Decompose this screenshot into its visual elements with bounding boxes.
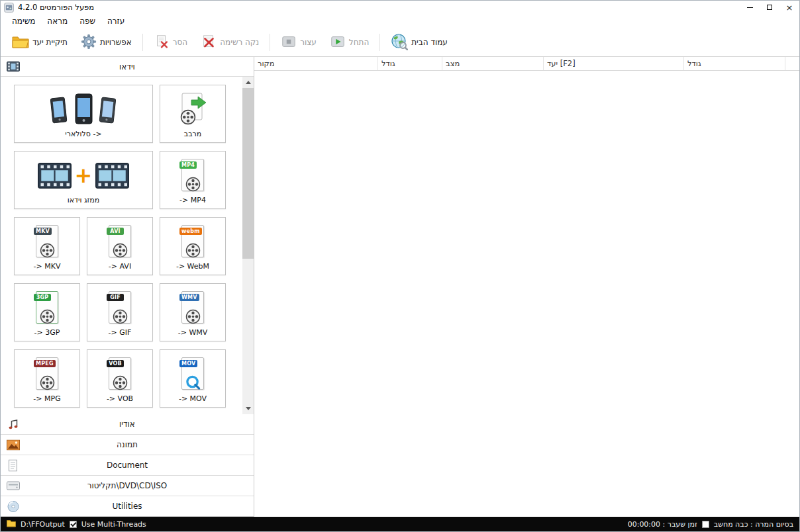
cd-disc-icon <box>6 500 20 513</box>
toolbar-separator <box>379 34 380 51</box>
format-label-3gp: -> 3GP <box>34 328 60 337</box>
stop-label: עצור <box>300 38 317 47</box>
section-label-document: Document <box>107 461 148 470</box>
multithreads-label: Use Multi-Threads <box>81 520 146 529</box>
section-header-video[interactable]: וידאו <box>1 57 254 77</box>
scrollbar-thumb[interactable] <box>242 88 254 259</box>
menu-help[interactable]: עזרה <box>101 15 130 27</box>
minimize-button[interactable] <box>740 1 760 14</box>
remove-label: הסר <box>173 38 187 47</box>
shutdown-label: בסיום המרה : כבה מחשב <box>714 520 793 529</box>
format-label-mkv: -> MKV <box>34 262 61 271</box>
mov-file-icon: MOV <box>162 353 224 394</box>
toolbar-separator <box>142 34 143 51</box>
format-button-avi[interactable]: AVI -> AVI <box>87 217 153 275</box>
output-folder-button[interactable]: תיקיית יעד <box>6 32 74 54</box>
disc-drive-icon <box>6 480 20 492</box>
format-button-3gp[interactable]: 3GP -> 3GP <box>14 283 80 341</box>
mobile-devices-icon <box>16 88 151 130</box>
format-label-mp4: -> MP4 <box>179 196 206 205</box>
maximize-button[interactable] <box>760 1 779 14</box>
menu-skin[interactable]: מראה <box>41 15 74 27</box>
output-folder-label: תיקיית יעד <box>32 38 68 47</box>
format-button-wmv[interactable]: WMV -> WMV <box>160 283 226 341</box>
format-button-video-joiner[interactable]: + ממזג וידאו <box>14 151 153 209</box>
stop-button[interactable]: עצור <box>275 31 323 54</box>
start-label: התחל <box>349 38 369 47</box>
task-list-body[interactable] <box>254 71 799 517</box>
format-label-gif: -> GIF <box>109 328 132 337</box>
close-button[interactable]: × <box>779 1 799 14</box>
format-button-mkv[interactable]: MKV -> MKV <box>14 217 80 275</box>
down-arrow-icon <box>246 407 251 410</box>
format-button-gif[interactable]: GIF -> GIF <box>87 283 153 341</box>
format-button-mobile[interactable]: סלולארי -> <box>14 85 153 143</box>
column-header-output[interactable]: יעד [F2] <box>544 57 684 70</box>
clear-list-label: נקה רשימה <box>220 38 259 47</box>
format-label-vob: -> VOB <box>107 394 133 404</box>
format-button-mov[interactable]: MOV -> MOV <box>160 349 226 408</box>
folder-icon <box>12 34 29 51</box>
clear-list-icon <box>201 34 217 52</box>
format-button-mp4[interactable]: MP4 -> MP4 <box>160 151 226 209</box>
column-header-output-size[interactable]: גודל <box>684 57 785 70</box>
options-button[interactable]: אפשרויות <box>75 31 138 54</box>
format-label-mpg: -> MPG <box>33 394 60 404</box>
scrollbar-down-button[interactable] <box>242 403 254 414</box>
multithreads-checkbox[interactable] <box>70 521 77 528</box>
scrollbar-up-button[interactable] <box>242 77 254 88</box>
section-header-rom-device[interactable]: תקליטור\DVD\CD\ISO <box>1 476 254 496</box>
mp4-file-icon: MP4 <box>162 154 224 196</box>
clear-list-button[interactable]: נקה רשימה <box>195 31 265 54</box>
close-icon: × <box>786 3 793 12</box>
task-list-header: מקור גודל מצב יעד [F2] גודל <box>254 57 799 71</box>
format-label-muxer: מרבב <box>184 130 201 139</box>
window-title: מפעל הפורמטים 4.2.0 <box>18 3 94 12</box>
menu-task[interactable]: משימה <box>6 15 41 27</box>
format-label-webm: -> WebM <box>176 262 209 271</box>
section-header-picture[interactable]: תמונה <box>1 435 254 455</box>
section-header-audio[interactable]: אודיו <box>1 414 254 435</box>
mpg-file-icon: MPEG <box>16 353 78 394</box>
picture-section-icon <box>6 439 20 451</box>
task-list-area: מקור גודל מצב יעד [F2] גודל <box>254 57 799 517</box>
section-header-utilities[interactable]: Utilities <box>1 496 254 517</box>
vob-file-icon: VOB <box>89 353 151 394</box>
3gp-file-icon: 3GP <box>16 287 78 328</box>
format-button-vob[interactable]: VOB -> VOB <box>87 349 153 408</box>
format-button-muxer[interactable]: מרבב <box>160 85 226 143</box>
home-label: עמוד הבית <box>411 38 448 47</box>
maximize-icon <box>767 5 772 10</box>
remove-icon <box>154 34 170 52</box>
gear-icon <box>81 34 97 52</box>
status-bar: D:\FFOutput Use Multi-Threads 00:00:00 :… <box>1 517 799 531</box>
video-section-icon <box>6 60 20 73</box>
title-bar: מפעל הפורמטים 4.2.0 × <box>1 1 799 14</box>
remove-button[interactable]: הסר <box>148 31 193 54</box>
toolbar-separator <box>270 34 270 51</box>
minimize-icon <box>747 7 753 8</box>
section-label-rom-device: תקליטור\DVD\CD\ISO <box>87 481 168 490</box>
menu-language[interactable]: שפה <box>74 15 101 27</box>
category-sidebar: וידאו <box>1 57 254 517</box>
app-icon <box>4 3 14 13</box>
format-button-mpg[interactable]: MPEG -> MPG <box>14 349 80 408</box>
format-button-webm[interactable]: webm -> WebM <box>160 217 226 275</box>
section-header-document[interactable]: Document <box>1 455 254 476</box>
column-header-state[interactable]: מצב <box>442 57 544 70</box>
output-path[interactable]: D:\FFOutput <box>21 520 65 529</box>
options-label: אפשרויות <box>100 38 132 47</box>
video-formats-panel: סלולארי -> מרבב <box>1 77 254 414</box>
section-label-picture: תמונה <box>117 440 138 449</box>
avi-file-icon: AVI <box>89 220 151 262</box>
shutdown-checkbox[interactable] <box>702 521 709 528</box>
column-header-source[interactable]: מקור <box>254 57 378 70</box>
video-joiner-icon: + <box>16 154 151 196</box>
svg-text:+: + <box>75 163 93 188</box>
gif-file-icon: GIF <box>89 287 151 328</box>
video-panel-scrollbar[interactable] <box>242 77 254 414</box>
home-button[interactable]: עמוד הבית <box>385 30 454 55</box>
start-button[interactable]: התחל <box>324 31 375 54</box>
output-folder-small-icon <box>7 519 16 529</box>
column-header-size[interactable]: גודל <box>378 57 442 70</box>
